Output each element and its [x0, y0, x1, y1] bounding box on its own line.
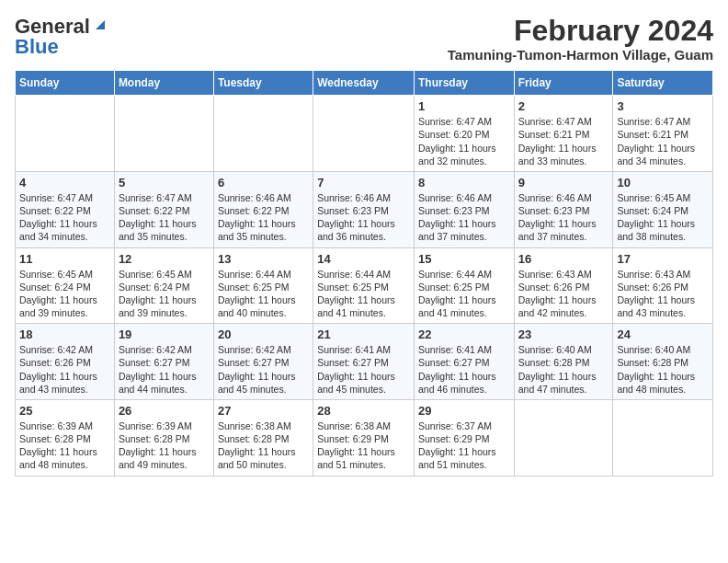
- header-cell-tuesday: Tuesday: [213, 71, 313, 96]
- day-info: Sunrise: 6:43 AM Sunset: 6:26 PM Dayligh…: [518, 268, 609, 320]
- day-number: 27: [218, 404, 309, 418]
- day-number: 5: [119, 176, 210, 190]
- day-cell: 8Sunrise: 6:46 AM Sunset: 6:23 PM Daylig…: [414, 171, 514, 247]
- day-info: Sunrise: 6:44 AM Sunset: 6:25 PM Dayligh…: [317, 268, 410, 320]
- day-info: Sunrise: 6:43 AM Sunset: 6:26 PM Dayligh…: [617, 268, 709, 320]
- day-cell: 22Sunrise: 6:41 AM Sunset: 6:27 PM Dayli…: [414, 324, 514, 400]
- day-cell: 12Sunrise: 6:45 AM Sunset: 6:24 PM Dayli…: [114, 247, 213, 324]
- day-number: 12: [119, 252, 210, 266]
- day-info: Sunrise: 6:45 AM Sunset: 6:24 PM Dayligh…: [119, 268, 210, 320]
- week-row-4: 18Sunrise: 6:42 AM Sunset: 6:26 PM Dayli…: [16, 324, 713, 400]
- logo-icon: [92, 17, 108, 33]
- header-cell-monday: Monday: [114, 71, 213, 96]
- day-cell: 5Sunrise: 6:47 AM Sunset: 6:22 PM Daylig…: [114, 171, 213, 247]
- day-cell: [313, 96, 415, 172]
- day-cell: 28Sunrise: 6:38 AM Sunset: 6:29 PM Dayli…: [313, 399, 415, 476]
- day-cell: 25Sunrise: 6:39 AM Sunset: 6:28 PM Dayli…: [16, 399, 115, 476]
- calendar-body: 1Sunrise: 6:47 AM Sunset: 6:20 PM Daylig…: [16, 96, 713, 476]
- day-number: 10: [617, 176, 709, 190]
- day-number: 14: [317, 252, 410, 266]
- week-row-2: 4Sunrise: 6:47 AM Sunset: 6:22 PM Daylig…: [16, 171, 713, 247]
- svg-marker-0: [96, 20, 105, 29]
- day-cell: [114, 96, 213, 172]
- day-number: 15: [418, 252, 510, 266]
- day-number: 25: [19, 404, 110, 418]
- day-number: 1: [418, 99, 510, 113]
- day-info: Sunrise: 6:39 AM Sunset: 6:28 PM Dayligh…: [119, 419, 210, 472]
- day-info: Sunrise: 6:40 AM Sunset: 6:28 PM Dayligh…: [617, 343, 709, 396]
- day-info: Sunrise: 6:42 AM Sunset: 6:27 PM Dayligh…: [218, 343, 309, 396]
- day-cell: 26Sunrise: 6:39 AM Sunset: 6:28 PM Dayli…: [114, 399, 213, 476]
- day-info: Sunrise: 6:44 AM Sunset: 6:25 PM Dayligh…: [418, 268, 510, 320]
- day-info: Sunrise: 6:41 AM Sunset: 6:27 PM Dayligh…: [317, 343, 410, 396]
- week-row-5: 25Sunrise: 6:39 AM Sunset: 6:28 PM Dayli…: [16, 399, 713, 476]
- week-row-3: 11Sunrise: 6:45 AM Sunset: 6:24 PM Dayli…: [16, 247, 713, 324]
- day-cell: 20Sunrise: 6:42 AM Sunset: 6:27 PM Dayli…: [213, 324, 313, 400]
- logo-blue-text: Blue: [15, 35, 59, 59]
- calendar-table: SundayMondayTuesdayWednesdayThursdayFrid…: [15, 70, 713, 476]
- day-number: 11: [19, 252, 110, 266]
- day-cell: [514, 399, 613, 476]
- day-cell: 2Sunrise: 6:47 AM Sunset: 6:21 PM Daylig…: [514, 96, 613, 172]
- day-info: Sunrise: 6:46 AM Sunset: 6:22 PM Dayligh…: [218, 191, 309, 244]
- day-info: Sunrise: 6:47 AM Sunset: 6:21 PM Dayligh…: [518, 115, 609, 167]
- day-number: 22: [418, 327, 510, 341]
- day-info: Sunrise: 6:37 AM Sunset: 6:29 PM Dayligh…: [418, 419, 510, 472]
- day-number: 23: [518, 327, 609, 341]
- day-number: 4: [19, 176, 110, 190]
- day-number: 17: [617, 252, 709, 266]
- day-info: Sunrise: 6:47 AM Sunset: 6:20 PM Dayligh…: [418, 115, 510, 167]
- day-cell: [613, 399, 713, 476]
- day-cell: 17Sunrise: 6:43 AM Sunset: 6:26 PM Dayli…: [613, 247, 713, 324]
- day-number: 28: [317, 404, 410, 418]
- day-info: Sunrise: 6:40 AM Sunset: 6:28 PM Dayligh…: [518, 343, 609, 396]
- day-cell: 29Sunrise: 6:37 AM Sunset: 6:29 PM Dayli…: [414, 399, 514, 476]
- day-number: 21: [317, 327, 410, 341]
- day-info: Sunrise: 6:42 AM Sunset: 6:26 PM Dayligh…: [19, 343, 110, 396]
- day-info: Sunrise: 6:44 AM Sunset: 6:25 PM Dayligh…: [218, 268, 309, 320]
- day-cell: 11Sunrise: 6:45 AM Sunset: 6:24 PM Dayli…: [16, 247, 115, 324]
- day-info: Sunrise: 6:45 AM Sunset: 6:24 PM Dayligh…: [19, 268, 110, 320]
- day-info: Sunrise: 6:46 AM Sunset: 6:23 PM Dayligh…: [418, 191, 510, 244]
- day-cell: 6Sunrise: 6:46 AM Sunset: 6:22 PM Daylig…: [213, 171, 313, 247]
- day-info: Sunrise: 6:38 AM Sunset: 6:28 PM Dayligh…: [218, 419, 309, 472]
- day-cell: [16, 96, 115, 172]
- day-number: 19: [119, 327, 210, 341]
- day-cell: 1Sunrise: 6:47 AM Sunset: 6:20 PM Daylig…: [414, 96, 514, 172]
- header-cell-thursday: Thursday: [414, 71, 514, 96]
- day-cell: 13Sunrise: 6:44 AM Sunset: 6:25 PM Dayli…: [213, 247, 313, 324]
- day-cell: 16Sunrise: 6:43 AM Sunset: 6:26 PM Dayli…: [514, 247, 613, 324]
- title-area: February 2024 Tamuning-Tumon-Harmon Vill…: [448, 15, 713, 63]
- day-cell: 24Sunrise: 6:40 AM Sunset: 6:28 PM Dayli…: [613, 324, 713, 400]
- day-number: 29: [418, 404, 510, 418]
- calendar-header-row: SundayMondayTuesdayWednesdayThursdayFrid…: [16, 71, 713, 96]
- day-number: 20: [218, 327, 309, 341]
- day-cell: 21Sunrise: 6:41 AM Sunset: 6:27 PM Dayli…: [313, 324, 415, 400]
- header-cell-sunday: Sunday: [16, 71, 115, 96]
- header-cell-friday: Friday: [514, 71, 613, 96]
- day-info: Sunrise: 6:47 AM Sunset: 6:22 PM Dayligh…: [119, 191, 210, 244]
- day-cell: 27Sunrise: 6:38 AM Sunset: 6:28 PM Dayli…: [213, 399, 313, 476]
- day-cell: 7Sunrise: 6:46 AM Sunset: 6:23 PM Daylig…: [313, 171, 415, 247]
- day-number: 18: [19, 327, 110, 341]
- day-number: 13: [218, 252, 309, 266]
- day-number: 16: [518, 252, 609, 266]
- day-info: Sunrise: 6:47 AM Sunset: 6:21 PM Dayligh…: [617, 115, 709, 167]
- header-cell-saturday: Saturday: [613, 71, 713, 96]
- day-number: 8: [418, 176, 510, 190]
- subtitle: Tamuning-Tumon-Harmon Village, Guam: [448, 47, 713, 63]
- day-cell: 19Sunrise: 6:42 AM Sunset: 6:27 PM Dayli…: [114, 324, 213, 400]
- day-info: Sunrise: 6:47 AM Sunset: 6:22 PM Dayligh…: [19, 191, 110, 244]
- day-number: 3: [617, 99, 709, 113]
- day-info: Sunrise: 6:39 AM Sunset: 6:28 PM Dayligh…: [19, 419, 110, 472]
- day-info: Sunrise: 6:46 AM Sunset: 6:23 PM Dayligh…: [317, 191, 410, 244]
- day-info: Sunrise: 6:38 AM Sunset: 6:29 PM Dayligh…: [317, 419, 410, 472]
- day-cell: 18Sunrise: 6:42 AM Sunset: 6:26 PM Dayli…: [16, 324, 115, 400]
- header-cell-wednesday: Wednesday: [313, 71, 415, 96]
- day-cell: 15Sunrise: 6:44 AM Sunset: 6:25 PM Dayli…: [414, 247, 514, 324]
- day-cell: 4Sunrise: 6:47 AM Sunset: 6:22 PM Daylig…: [16, 171, 115, 247]
- day-cell: 9Sunrise: 6:46 AM Sunset: 6:23 PM Daylig…: [514, 171, 613, 247]
- day-cell: 3Sunrise: 6:47 AM Sunset: 6:21 PM Daylig…: [613, 96, 713, 172]
- logo: General Blue: [15, 15, 108, 59]
- day-info: Sunrise: 6:41 AM Sunset: 6:27 PM Dayligh…: [418, 343, 510, 396]
